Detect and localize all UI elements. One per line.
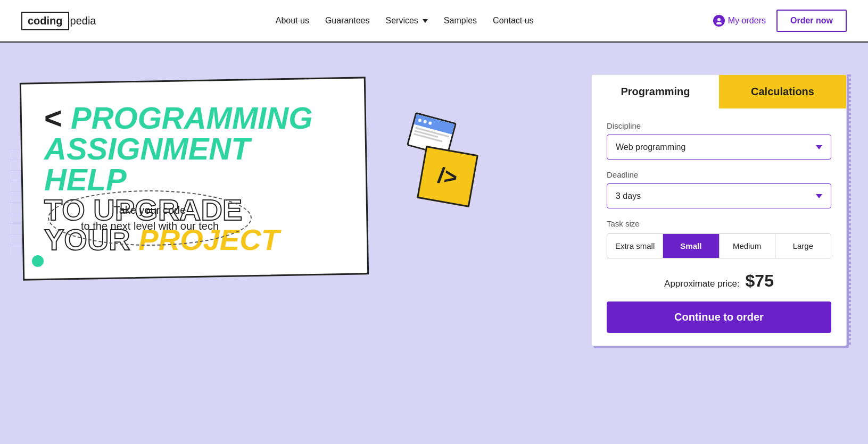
size-large[interactable]: Large [775,234,831,258]
discipline-select[interactable]: Web programming Java Python C++ Database… [607,135,831,160]
calculator-panel: Programming Calculations Discipline Web … [591,74,847,346]
hero-title-line2: ASSIGNMENT HELP [44,133,339,195]
oval-container: Take your code to the next level with ou… [48,190,252,246]
nav-links: About us Guarantees Services Samples Con… [276,16,534,26]
logo-pedia: pedia [70,15,96,27]
programming-word: PROGRAMMING [71,100,312,135]
tab-calculations[interactable]: Calculations [719,75,846,108]
hero-bottom-text: Take your code to the next level with ou… [48,190,252,246]
deadline-label: Deadline [607,170,831,179]
user-icon [713,15,725,27]
nav-link-guarantees[interactable]: Guarantees [325,16,370,25]
hero-title-line1: < PROGRAMMING [44,103,339,133]
deadline-select[interactable]: 1 day 2 days 3 days 5 days 7 days 14 day… [607,183,831,208]
bracket-symbol: < [44,100,71,135]
nav-item-guarantees[interactable]: Guarantees [325,16,370,26]
order-now-button[interactable]: Order now [776,10,847,32]
svg-point-0 [717,18,721,21]
hero-card: < PROGRAMMING ASSIGNMENT HELP TO UPGRADE… [20,77,369,280]
price-label: Approximate price: [664,279,740,289]
nav-item-services[interactable]: Services [386,16,428,26]
size-medium[interactable]: Medium [720,234,775,258]
hero-subtext-line2: to the next level with our tech [81,218,219,234]
hero-section: < PROGRAMMING ASSIGNMENT HELP TO UPGRADE… [0,43,868,444]
navbar: coding pedia About us Guarantees Service… [0,0,868,43]
size-small[interactable]: Small [663,234,719,258]
nav-item-about[interactable]: About us [276,16,309,26]
nav-item-contact[interactable]: Contact us [493,16,533,26]
calc-body: Discipline Web programming Java Python C… [592,108,846,346]
floating-code-icon: /> [417,146,478,207]
code-symbol: /> [436,162,459,191]
chevron-down-icon [423,19,428,23]
my-orders-label: My orders [728,16,766,26]
nav-item-samples[interactable]: Samples [444,16,477,26]
hero-left: < PROGRAMMING ASSIGNMENT HELP TO UPGRADE… [21,74,591,278]
task-size-label: Task size [607,219,831,228]
hero-subtext-line1: Take your code [81,202,219,218]
nav-link-services[interactable]: Services [386,16,428,26]
nav-link-contact[interactable]: Contact us [493,16,533,25]
nav-right: My orders Order now [713,10,847,32]
my-orders-link[interactable]: My orders [713,15,766,27]
price-value: $75 [746,271,774,290]
continue-to-order-button[interactable]: Continue to order [607,301,831,333]
logo[interactable]: coding pedia [21,12,96,30]
tab-programming[interactable]: Programming [592,75,719,108]
calculator-panel-container: Programming Calculations Discipline Web … [591,74,847,346]
logo-box: coding [21,12,69,30]
task-size-buttons: Extra small Small Medium Large [607,233,831,258]
price-row: Approximate price: $75 [607,271,831,291]
nav-link-about[interactable]: About us [276,16,309,25]
svg-point-1 [716,22,722,25]
size-extra-small[interactable]: Extra small [607,234,663,258]
calc-tabs: Programming Calculations [592,75,846,108]
discipline-label: Discipline [607,121,831,130]
nav-link-samples[interactable]: Samples [444,16,477,25]
green-dot-decoration [32,255,44,267]
